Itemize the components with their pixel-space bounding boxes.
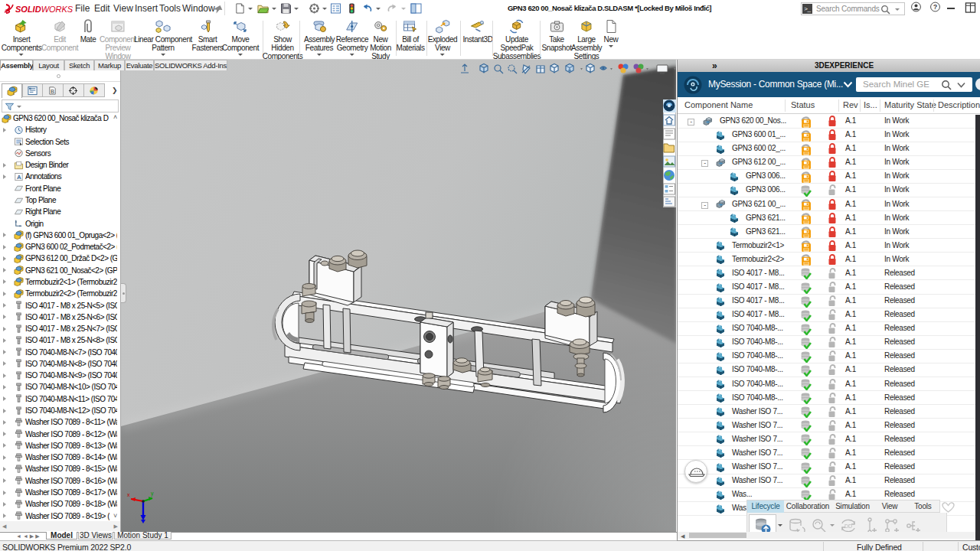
svg-text:x: x bbox=[127, 492, 130, 497]
svg-text:DD: DD bbox=[844, 523, 852, 529]
svg-text:B: B bbox=[51, 88, 54, 95]
svg-text:?: ? bbox=[933, 3, 937, 11]
svg-text:y: y bbox=[151, 491, 154, 497]
